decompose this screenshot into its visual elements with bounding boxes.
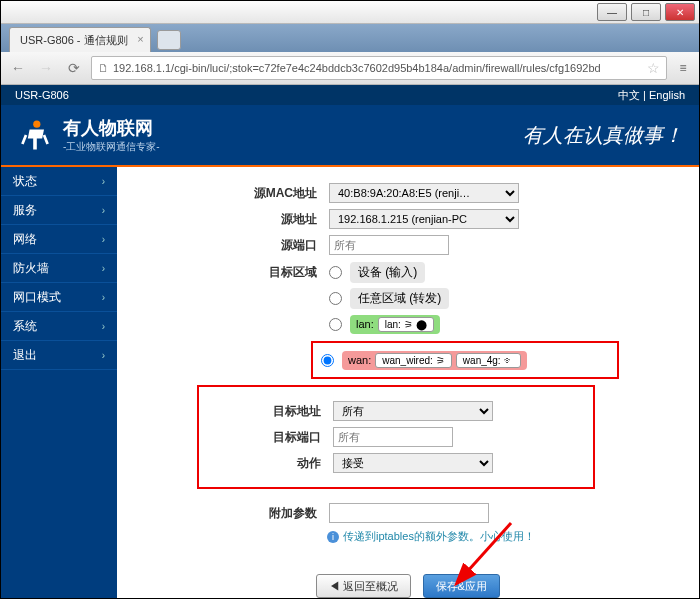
window-titlebar: — □ ✕ — [1, 1, 699, 24]
highlight-zone-wan: wan: wan_wired: ⚞ wan_4g: ᯤ — [311, 341, 619, 379]
sidebar-item-logout[interactable]: 退出› — [1, 341, 117, 370]
window-maximize-button[interactable]: □ — [631, 3, 661, 21]
iface-wan-wired: wan_wired: ⚞ — [375, 353, 452, 368]
brand: 有人物联网 -工业物联网通信专家- — [17, 116, 160, 154]
brand-slogan: 有人在认真做事！ — [523, 122, 683, 149]
svg-point-0 — [33, 121, 40, 128]
zone-any-radio[interactable] — [329, 292, 342, 305]
brand-title: 有人物联网 — [63, 116, 160, 140]
forward-button[interactable]: → — [35, 57, 57, 79]
action-label: 动作 — [201, 455, 333, 472]
product-name: USR-G806 — [15, 89, 69, 101]
zone-device-radio[interactable] — [329, 266, 342, 279]
tab-title: USR-G806 - 通信规则 — [20, 33, 128, 48]
back-button[interactable]: ← — [7, 57, 29, 79]
dest-port-input[interactable] — [333, 427, 453, 447]
chevron-right-icon: › — [102, 234, 105, 245]
sidebar-item-system[interactable]: 系统› — [1, 312, 117, 341]
chevron-right-icon: › — [102, 176, 105, 187]
new-tab-button[interactable] — [157, 30, 181, 50]
content: 源MAC地址 40:B8:9A:20:A8:E5 (renji… 源地址 192… — [117, 167, 699, 598]
src-mac-label: 源MAC地址 — [137, 185, 329, 202]
dest-zone-label: 目标区域 — [137, 261, 329, 281]
sidebar: 状态› 服务› 网络› 防火墙› 网口模式› 系统› 退出› — [1, 167, 117, 598]
tab-strip: USR-G806 - 通信规则 × — [1, 24, 699, 52]
src-port-label: 源端口 — [137, 237, 329, 254]
extra-hint: i传递到iptables的额外参数。小心使用！ — [327, 529, 679, 544]
browser-navbar: ← → ⟳ 🗋 192.168.1.1/cgi-bin/luci/;stok=c… — [1, 52, 699, 85]
extra-input[interactable] — [329, 503, 489, 523]
chevron-right-icon: › — [102, 205, 105, 216]
page-header: 有人物联网 -工业物联网通信专家- 有人在认真做事！ — [1, 105, 699, 167]
chevron-right-icon: › — [102, 321, 105, 332]
sidebar-item-status[interactable]: 状态› — [1, 167, 117, 196]
info-icon: i — [327, 531, 339, 543]
reload-button[interactable]: ⟳ — [63, 57, 85, 79]
brand-subtitle: -工业物联网通信专家- — [63, 140, 160, 154]
zone-wan-radio[interactable] — [321, 354, 334, 367]
lang-switch[interactable]: 中文 | English — [618, 88, 685, 103]
iface-lan: lan: ⚞ ⬤ — [378, 317, 434, 332]
src-port-input[interactable] — [329, 235, 449, 255]
iface-wan-4g: wan_4g: ᯤ — [456, 353, 521, 368]
zone-lan-option[interactable]: lan: lan: ⚞ ⬤ — [329, 313, 449, 335]
bookmark-icon[interactable]: ☆ — [647, 60, 660, 76]
zone-wan-option[interactable]: wan: wan_wired: ⚞ wan_4g: ᯤ — [315, 349, 615, 371]
highlight-dest-block: 目标地址 所有 目标端口 动作 接受 — [197, 385, 595, 489]
sidebar-item-firewall[interactable]: 防火墙› — [1, 254, 117, 283]
chevron-right-icon: › — [102, 292, 105, 303]
browser-tab[interactable]: USR-G806 - 通信规则 × — [9, 27, 151, 52]
page-body: USR-G806 中文 | English 有人物联网 -工业物联网通信专家- … — [1, 85, 699, 598]
zone-wan-tag: wan: wan_wired: ⚞ wan_4g: ᯤ — [342, 351, 527, 370]
save-apply-button[interactable]: 保存&应用 — [423, 574, 500, 598]
page-topbar: USR-G806 中文 | English — [1, 85, 699, 105]
chevron-right-icon: › — [102, 263, 105, 274]
window-close-button[interactable]: ✕ — [665, 3, 695, 21]
src-addr-select[interactable]: 192.168.1.215 (renjian-PC — [329, 209, 519, 229]
sidebar-item-services[interactable]: 服务› — [1, 196, 117, 225]
address-bar[interactable]: 🗋 192.168.1.1/cgi-bin/luci/;stok=c72fe7e… — [91, 56, 667, 80]
src-addr-label: 源地址 — [137, 211, 329, 228]
browser-menu-button[interactable]: ≡ — [673, 58, 693, 78]
zone-device-option[interactable]: 设备 (输入) — [329, 261, 449, 283]
action-select[interactable]: 接受 — [333, 453, 493, 473]
close-tab-icon[interactable]: × — [137, 33, 143, 45]
address-url: 192.168.1.1/cgi-bin/luci/;stok=c72fe7e4c… — [113, 62, 601, 74]
window-minimize-button[interactable]: — — [597, 3, 627, 21]
dest-addr-select[interactable]: 所有 — [333, 401, 493, 421]
zone-lan-tag: lan: lan: ⚞ ⬤ — [350, 315, 440, 334]
page-icon: 🗋 — [98, 62, 109, 74]
chevron-right-icon: › — [102, 350, 105, 361]
zone-any-option[interactable]: 任意区域 (转发) — [329, 287, 449, 309]
dest-port-label: 目标端口 — [201, 429, 333, 446]
logo-icon — [17, 117, 53, 153]
sidebar-item-portmode[interactable]: 网口模式› — [1, 283, 117, 312]
sidebar-item-network[interactable]: 网络› — [1, 225, 117, 254]
src-mac-select[interactable]: 40:B8:9A:20:A8:E5 (renji… — [329, 183, 519, 203]
extra-label: 附加参数 — [137, 505, 329, 522]
back-button[interactable]: ◀ 返回至概况 — [316, 574, 411, 598]
dest-addr-label: 目标地址 — [201, 403, 333, 420]
zone-lan-radio[interactable] — [329, 318, 342, 331]
